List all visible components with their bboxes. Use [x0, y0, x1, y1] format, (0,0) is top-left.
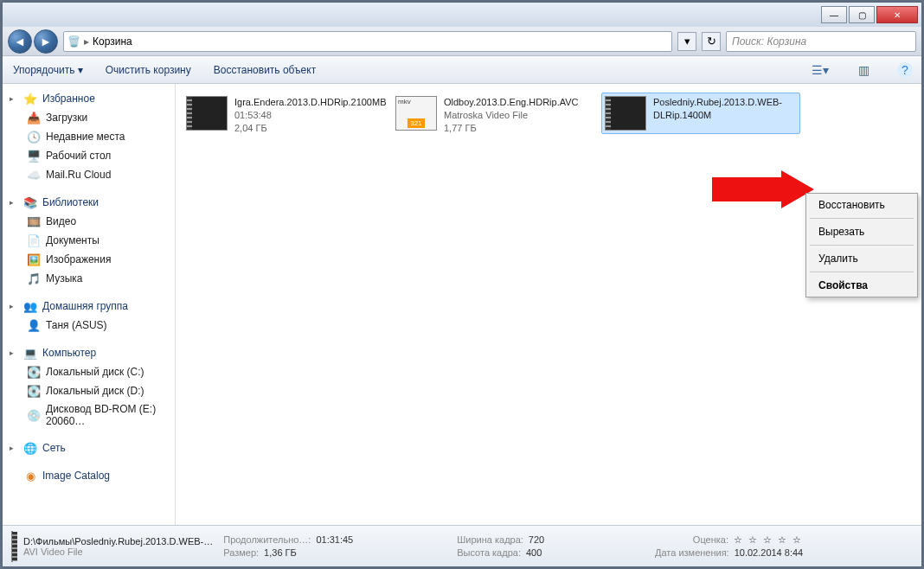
search-input[interactable]: Поиск: Корзина	[726, 31, 916, 52]
network-group[interactable]: ▸🌐Сеть	[3, 438, 175, 457]
status-duration-label: Продолжительно…:	[223, 534, 311, 546]
document-icon: 📄	[27, 233, 41, 247]
sidebar-item-music[interactable]: 🎵Музыка	[3, 269, 175, 288]
sidebar-item-disk-c[interactable]: 💽Локальный диск (C:)	[3, 362, 175, 381]
view-options-icon[interactable]: ☰▾	[811, 61, 830, 80]
status-height-label: Высота кадра:	[457, 547, 521, 558]
image-catalog-group[interactable]: ◉Image Catalog	[3, 466, 175, 485]
sidebar-item-label: Недавние места	[46, 131, 125, 143]
homegroup-group[interactable]: ▸👥Домашняя группа	[3, 297, 175, 316]
dropdown-button[interactable]: ▾	[677, 32, 696, 51]
sidebar-item-label: Локальный диск (C:)	[46, 366, 144, 378]
address-bar: ◄ ► 🗑️ ▸ Корзина ▾ ↻ Поиск: Корзина	[3, 27, 921, 56]
minimize-button[interactable]: —	[821, 6, 847, 23]
maximize-button[interactable]: ▢	[849, 6, 875, 23]
sidebar-item-label: Документы	[46, 234, 99, 246]
mkv-label: mkv	[398, 98, 411, 105]
ctx-restore[interactable]: Восстановить	[806, 194, 917, 216]
sidebar-item-label: Музыка	[46, 272, 82, 284]
close-icon: ✕	[894, 10, 901, 20]
status-rating[interactable]: ☆ ☆ ☆ ☆ ☆	[734, 534, 803, 546]
favorites-label: Избранное	[42, 93, 95, 105]
maximize-icon: ▢	[858, 10, 866, 20]
close-button[interactable]: ✕	[876, 6, 918, 23]
search-placeholder: Поиск: Корзина	[732, 35, 806, 48]
sidebar-item-videos[interactable]: 🎞️Видео	[3, 212, 175, 231]
sidebar-item-label: Изображения	[46, 253, 111, 265]
user-icon: 👤	[27, 318, 41, 332]
star-icon: ⭐	[23, 92, 37, 105]
sidebar-item-bdrom[interactable]: 💿Дисковод BD-ROM (E:) 20060…	[3, 400, 175, 430]
catalog-label: Image Catalog	[42, 470, 110, 482]
network-icon: 🌐	[23, 441, 37, 455]
explorer-window: — ▢ ✕ ◄ ► 🗑️ ▸ Корзина ▾ ↻ Поиск: Корзин…	[2, 2, 922, 567]
address-field[interactable]: 🗑️ ▸ Корзина	[63, 31, 672, 52]
sidebar-item-label: Видео	[46, 215, 76, 227]
help-icon[interactable]: ?	[897, 62, 913, 78]
status-date: 10.02.2014 8:44	[735, 547, 804, 558]
forward-button[interactable]: ►	[34, 29, 58, 54]
sidebar-item-pictures[interactable]: 🖼️Изображения	[3, 250, 175, 269]
network-label: Сеть	[42, 442, 66, 454]
homegroup-label: Домашняя группа	[42, 300, 128, 312]
breadcrumb-location: Корзина	[93, 35, 132, 48]
ctx-delete[interactable]: Удалить	[806, 247, 917, 270]
sidebar-item-recent[interactable]: 🕓Недавние места	[3, 127, 175, 146]
status-size-label: Размер:	[223, 547, 259, 558]
file-size: 2,04 ГБ	[234, 122, 386, 135]
cloud-icon: ☁️	[27, 168, 41, 182]
file-item[interactable]: mkv Oldboy.2013.D.Eng.HDRip.AVC Matroska…	[392, 93, 591, 138]
status-filetype: AVI Video File	[23, 547, 213, 557]
ctx-cut[interactable]: Вырезать	[806, 221, 917, 243]
ctx-separator	[810, 218, 914, 219]
restore-item-button[interactable]: Восстановить объект	[212, 61, 318, 80]
red-arrow-annotation	[712, 170, 816, 214]
status-size: 1,36 ГБ	[264, 547, 297, 558]
sidebar-item-desktop[interactable]: 🖥️Рабочий стол	[3, 146, 175, 165]
ctx-properties[interactable]: Свойства	[806, 274, 917, 297]
favorites-group[interactable]: ▸⭐Избранное	[3, 89, 175, 108]
file-name: Posledniy.Rubej.2013.D.WEB-DLRip.1400M	[653, 96, 797, 122]
toolbar: Упорядочить ▾ Очистить корзину Восстанов…	[3, 56, 921, 84]
computer-group[interactable]: ▸💻Компьютер	[3, 343, 175, 362]
empty-bin-button[interactable]: Очистить корзину	[104, 61, 193, 80]
sidebar-item-disk-d[interactable]: 💽Локальный диск (D:)	[3, 381, 175, 400]
details-pane: D:\Фильмы\Posledniy.Rubej.2013.D.WEB-… A…	[3, 525, 921, 566]
disk-icon: 💽	[27, 384, 41, 398]
libraries-icon: 📚	[23, 195, 37, 209]
sidebar-item-documents[interactable]: 📄Документы	[3, 231, 175, 250]
body: ▸⭐Избранное 📥Загрузки 🕓Недавние места 🖥️…	[3, 84, 921, 525]
status-thumbnail	[11, 531, 13, 562]
navigation-pane: ▸⭐Избранное 📥Загрузки 🕓Недавние места 🖥️…	[3, 84, 176, 525]
sidebar-item-label: Загрузки	[46, 112, 87, 124]
file-item-selected[interactable]: Posledniy.Rubej.2013.D.WEB-DLRip.1400M	[601, 93, 800, 134]
status-height: 400	[526, 547, 542, 558]
sidebar-item-label: Локальный диск (D:)	[46, 385, 144, 397]
preview-pane-icon[interactable]: ▥	[854, 61, 873, 80]
organize-button[interactable]: Упорядочить ▾	[11, 61, 85, 80]
sidebar-item-mailru[interactable]: ☁️Mail.Ru Cloud	[3, 165, 175, 184]
ctx-separator	[810, 272, 914, 272]
back-button[interactable]: ◄	[8, 29, 32, 54]
sidebar-item-label: Дисковод BD-ROM (E:) 20060…	[46, 403, 168, 427]
status-width-label: Ширина кадра:	[457, 534, 523, 546]
sidebar-item-label: Таня (ASUS)	[46, 319, 107, 331]
minimize-icon: —	[830, 10, 838, 20]
sidebar-item-user[interactable]: 👤Таня (ASUS)	[3, 316, 175, 335]
status-width: 720	[529, 534, 544, 546]
libraries-group[interactable]: ▸📚Библиотеки	[3, 193, 175, 212]
music-icon: 🎵	[27, 272, 41, 285]
file-type: Matroska Video File	[444, 109, 579, 122]
computer-label: Компьютер	[42, 347, 96, 359]
downloads-icon: 📥	[27, 111, 41, 125]
sidebar-item-label: Рабочий стол	[46, 150, 111, 162]
file-item[interactable]: Igra.Endera.2013.D.HDRip.2100MB 01:53:48…	[183, 93, 382, 138]
disk-icon: 💽	[27, 365, 41, 379]
video-thumbnail	[605, 96, 646, 131]
refresh-button[interactable]: ↻	[702, 32, 721, 51]
sidebar-item-label: Mail.Ru Cloud	[46, 169, 111, 181]
mkv-thumbnail: mkv	[395, 96, 437, 131]
sidebar-item-downloads[interactable]: 📥Загрузки	[3, 108, 175, 127]
status-duration: 01:31:45	[316, 534, 353, 546]
status-rating-label: Оценка:	[693, 534, 728, 546]
